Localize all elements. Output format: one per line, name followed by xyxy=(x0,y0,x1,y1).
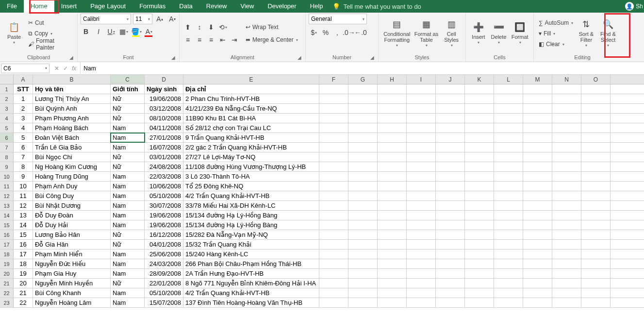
cell-M14[interactable] xyxy=(523,211,552,220)
cell-C12[interactable]: Nam xyxy=(111,191,145,200)
cell-K16[interactable] xyxy=(465,230,494,239)
row-header[interactable]: 17 xyxy=(0,240,14,249)
cell-K14[interactable] xyxy=(465,211,494,220)
cell-C2[interactable]: Nữ xyxy=(111,94,145,103)
cell-L13[interactable] xyxy=(494,201,523,210)
grid[interactable]: ABCDEFGHIJKLMNO 1STTHọ và tênGiới tínhNg… xyxy=(0,75,644,308)
col-header-H[interactable]: H xyxy=(378,75,407,84)
cell-K11[interactable] xyxy=(465,182,494,191)
cell-J2[interactable] xyxy=(436,94,465,103)
cell-C22[interactable]: Nam xyxy=(111,288,145,298)
percent-format-icon[interactable]: % xyxy=(320,27,331,38)
orientation-icon[interactable]: ⟲▾ xyxy=(217,22,228,33)
cell-F7[interactable] xyxy=(319,143,348,152)
cell-N2[interactable] xyxy=(552,94,581,103)
cell-D3[interactable]: 03/12/2008 xyxy=(145,104,183,113)
row-header[interactable]: 1 xyxy=(0,84,14,94)
cell-D16[interactable]: 16/12/2008 xyxy=(145,230,183,239)
cell-J1[interactable] xyxy=(436,84,465,94)
cell-O20[interactable] xyxy=(581,269,611,278)
select-all-corner[interactable] xyxy=(0,75,14,84)
cell-J13[interactable] xyxy=(436,201,465,210)
cell-J17[interactable] xyxy=(436,240,465,249)
cell-N23[interactable] xyxy=(552,298,581,307)
cell-E8[interactable]: 27/27 Lê Lợi-Máy Tơ-NQ xyxy=(183,152,319,162)
cell-D1[interactable]: Ngày sinh xyxy=(145,84,183,94)
cell-L16[interactable] xyxy=(494,230,523,239)
row-header[interactable]: 11 xyxy=(0,182,14,191)
cell-K6[interactable] xyxy=(465,133,494,142)
cell-K10[interactable] xyxy=(465,172,494,181)
cell-M2[interactable] xyxy=(523,94,552,103)
cell-I4[interactable] xyxy=(407,114,436,123)
menu-item-review[interactable]: Review xyxy=(199,0,234,13)
bold-button[interactable]: B xyxy=(81,26,91,37)
cell-I1[interactable] xyxy=(407,84,436,94)
fill-button[interactable]: ▾Fill▾ xyxy=(537,28,575,39)
menu-item-file[interactable]: File xyxy=(0,0,24,13)
cell-L17[interactable] xyxy=(494,240,523,249)
cell-N14[interactable] xyxy=(552,211,581,220)
cell-H17[interactable] xyxy=(378,240,407,249)
cell-G9[interactable] xyxy=(348,162,378,171)
cell-C1[interactable]: Giới tính xyxy=(111,84,145,94)
cell-A14[interactable]: 13 xyxy=(14,211,33,220)
format-button[interactable]: 🔲Format▾ xyxy=(509,17,530,50)
menu-item-page-layout[interactable]: Page Layout xyxy=(83,0,132,13)
cell-F1[interactable] xyxy=(319,84,348,94)
cell-F17[interactable] xyxy=(319,240,348,249)
col-header-O[interactable]: O xyxy=(581,75,611,84)
row-header[interactable]: 23 xyxy=(0,298,14,307)
cell-G20[interactable] xyxy=(348,269,378,278)
cell-L2[interactable] xyxy=(494,94,523,103)
cell-D18[interactable]: 25/06/2008 xyxy=(145,249,183,259)
cell-E17[interactable]: 15/32 Trần Quang Khải xyxy=(183,240,319,249)
cell-H21[interactable] xyxy=(378,279,407,288)
decrease-indent-icon[interactable]: ⇤ xyxy=(217,34,228,45)
cell-C3[interactable]: Nữ xyxy=(111,104,145,113)
cell-M16[interactable] xyxy=(523,230,552,239)
col-header-M[interactable]: M xyxy=(523,75,552,84)
cell-N9[interactable] xyxy=(552,162,581,171)
cell-J9[interactable] xyxy=(436,162,465,171)
menu-item-developer[interactable]: Developer xyxy=(261,0,303,13)
cell-O6[interactable] xyxy=(581,133,611,142)
cell-A21[interactable]: 20 xyxy=(14,279,33,288)
cell-O14[interactable] xyxy=(581,211,611,220)
cell-F18[interactable] xyxy=(319,249,348,259)
cell-N10[interactable] xyxy=(552,172,581,181)
cell-M1[interactable] xyxy=(523,84,552,94)
cell-C18[interactable]: Nam xyxy=(111,249,145,259)
cell-D9[interactable]: 24/08/2008 xyxy=(145,162,183,171)
cell-K3[interactable] xyxy=(465,104,494,113)
cell-B20[interactable]: Phạm Gia Huy xyxy=(33,269,111,278)
cell-C17[interactable]: Nữ xyxy=(111,240,145,249)
cell-A19[interactable]: 18 xyxy=(14,259,33,268)
row-header[interactable]: 19 xyxy=(0,259,14,268)
cell-L20[interactable] xyxy=(494,269,523,278)
cell-F13[interactable] xyxy=(319,201,348,210)
dialog-launcher-icon[interactable]: ◢ xyxy=(297,55,301,60)
cell-A20[interactable]: 19 xyxy=(14,269,33,278)
cell-K1[interactable] xyxy=(465,84,494,94)
menu-item-view[interactable]: View xyxy=(233,0,261,13)
menu-item-help[interactable]: Help xyxy=(303,0,330,13)
cell-B2[interactable]: Lương Thị Thúy An xyxy=(33,94,111,103)
cell-H2[interactable] xyxy=(378,94,407,103)
dialog-launcher-icon[interactable]: ◢ xyxy=(370,55,374,60)
cell-L3[interactable] xyxy=(494,104,523,113)
cell-B6[interactable]: Đoàn Việt Bách xyxy=(33,133,111,142)
cell-H5[interactable] xyxy=(378,123,407,133)
cell-B16[interactable]: Lương Bảo Hân xyxy=(33,230,111,239)
cell-O22[interactable] xyxy=(581,288,611,298)
cell-B3[interactable]: Bùi Quỳnh Anh xyxy=(33,104,111,113)
cell-O21[interactable] xyxy=(581,279,611,288)
cell-A18[interactable]: 17 xyxy=(14,249,33,259)
cell-D8[interactable]: 03/01/2008 xyxy=(145,152,183,162)
wrap-text-button[interactable]: ↩Wrap Text xyxy=(244,22,300,33)
account[interactable]: 👤 Sh xyxy=(625,2,643,11)
cell-G11[interactable] xyxy=(348,182,378,191)
cell-I3[interactable] xyxy=(407,104,436,113)
align-bottom-icon[interactable]: ⬇ xyxy=(206,22,216,33)
cell-O15[interactable] xyxy=(581,220,611,230)
